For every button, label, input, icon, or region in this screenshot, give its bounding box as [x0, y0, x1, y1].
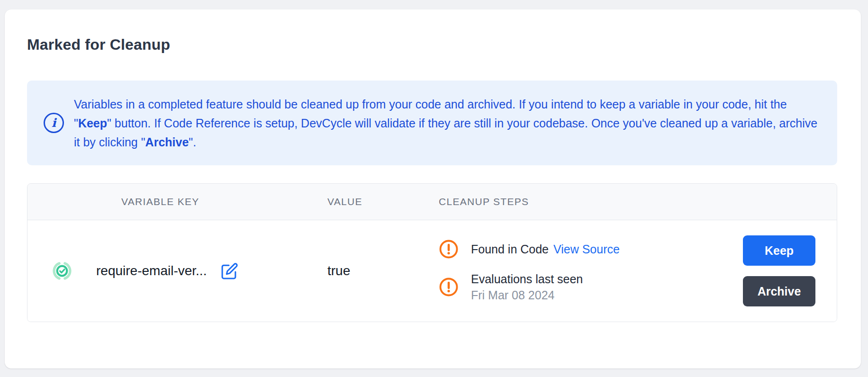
found-in-code-label: Found in Code: [471, 242, 549, 256]
step-text-block: Evaluations last seen Fri Mar 08 2024: [471, 271, 583, 303]
page-title: Marked for Cleanup: [27, 9, 837, 54]
archive-button[interactable]: Archive: [743, 276, 815, 306]
completed-status-icon: [51, 260, 73, 282]
variable-value: true: [327, 263, 439, 278]
cleanup-table: VARIABLE KEY VALUE CLEANUP STEPS require…: [27, 183, 837, 322]
warning-icon: [439, 277, 459, 297]
view-source-link[interactable]: View Source: [553, 242, 620, 256]
step-label: Found in CodeView Source: [471, 242, 620, 257]
banner-keep-bold: Keep: [78, 117, 107, 130]
table-header: VARIABLE KEY VALUE CLEANUP STEPS: [27, 184, 837, 220]
cleanup-step-evaluations: Evaluations last seen Fri Mar 08 2024: [439, 271, 743, 303]
marked-for-cleanup-card: Marked for Cleanup i Variables in a comp…: [5, 9, 861, 368]
pencil-edit-icon: [221, 262, 238, 280]
keep-button[interactable]: Keep: [743, 235, 815, 266]
status-cell: [27, 260, 96, 282]
info-icon: i: [44, 113, 64, 133]
evaluations-label: Evaluations last seen: [471, 271, 583, 287]
evaluations-date: Fri Mar 08 2024: [471, 287, 583, 303]
cleanup-step-found-in-code: Found in CodeView Source: [439, 239, 743, 259]
header-variable-key: VARIABLE KEY: [96, 196, 327, 207]
table-row: require-email-ver... true: [27, 220, 837, 322]
banner-text-segment: ".: [189, 135, 196, 149]
edit-variable-button[interactable]: [221, 262, 238, 280]
variable-key-cell: require-email-ver...: [96, 262, 327, 280]
banner-archive-bold: Archive: [145, 135, 189, 149]
warning-icon: [439, 239, 459, 259]
header-cleanup-steps: CLEANUP STEPS: [439, 196, 743, 207]
row-actions: Keep Archive: [743, 235, 837, 306]
banner-text: Variables in a completed feature should …: [74, 95, 818, 152]
header-value: VALUE: [327, 196, 439, 207]
info-banner: i Variables in a completed feature shoul…: [27, 81, 837, 165]
cleanup-steps-cell: Found in CodeView Source Evaluations las…: [439, 239, 743, 303]
variable-key: require-email-ver...: [96, 263, 207, 278]
